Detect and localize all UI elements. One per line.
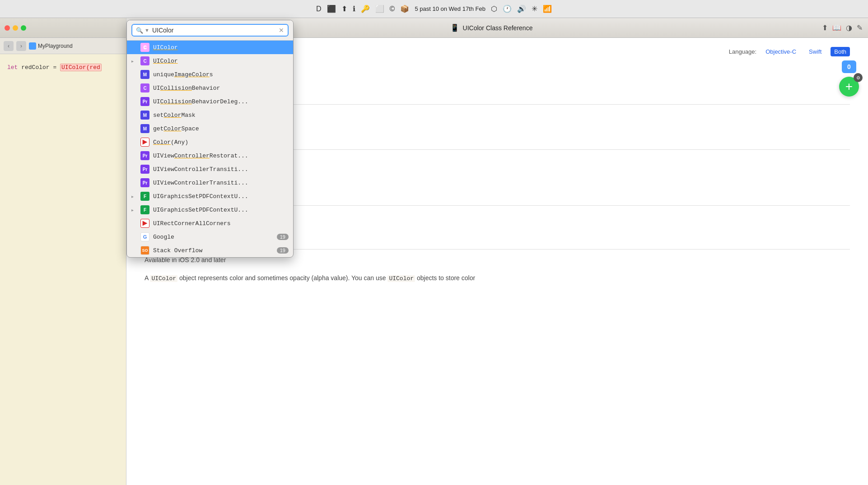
search-result-4[interactable]: Pr UICollisionBehaviorDeleg... bbox=[127, 95, 293, 108]
back-button[interactable]: ‹ bbox=[4, 41, 14, 51]
phone-icon: 📱 bbox=[450, 23, 459, 32]
left-toolbar bbox=[0, 18, 126, 38]
cloud-upload-icon[interactable]: ⬆ bbox=[341, 5, 347, 13]
search-result-google[interactable]: G Google 19 bbox=[127, 230, 293, 244]
result-text-13: UIRectCornerAllCorners bbox=[153, 220, 289, 227]
forward-button[interactable]: › bbox=[16, 41, 26, 51]
search-result-3[interactable]: C UICollisionBehavior bbox=[127, 81, 293, 95]
doc-toolbar-actions: ⬆ 📖 ◑ ✎ bbox=[822, 23, 863, 32]
wifi-icon[interactable]: 📶 bbox=[543, 5, 552, 13]
time-machine-icon[interactable]: 🕐 bbox=[503, 5, 512, 13]
badge-10: Pr bbox=[140, 178, 149, 187]
arrow-12: ▸ bbox=[131, 208, 137, 212]
menu-bar: D ⬛ ⬆ ℹ 🔑 ⬜ © 📦 5 past 10 on Wed 17th Fe… bbox=[0, 0, 868, 18]
badge-6: M bbox=[140, 124, 149, 133]
key-icon[interactable]: 🔑 bbox=[361, 5, 370, 13]
badge-1: C bbox=[140, 56, 149, 65]
result-text-8: UIViewControllerRestorat... bbox=[153, 152, 289, 159]
arrow-1: ▸ bbox=[131, 59, 137, 64]
gear-icon: ⚙ bbox=[856, 75, 860, 80]
result-text-3: UICollisionBehavior bbox=[153, 85, 289, 92]
google-count: 19 bbox=[277, 234, 289, 240]
volume-icon[interactable]: 🔊 bbox=[517, 5, 526, 13]
contrast-button[interactable]: ◑ bbox=[846, 23, 852, 32]
plus-icon: + bbox=[845, 79, 853, 94]
badge-12: F bbox=[140, 205, 149, 214]
description-section: A UIColor object represents color and so… bbox=[145, 273, 850, 284]
search-input-wrapper[interactable]: 🔍 ▼ ✕ bbox=[131, 24, 289, 37]
badge-4: Pr bbox=[140, 97, 149, 106]
search-result-13[interactable]: UIRectCornerAllCorners bbox=[127, 217, 293, 230]
result-text-5: setColorMask bbox=[153, 112, 289, 119]
maximize-button[interactable] bbox=[21, 25, 26, 31]
upload-icon[interactable]: ⬛ bbox=[327, 5, 336, 13]
cast-icon[interactable]: ✳ bbox=[532, 5, 537, 13]
badge-8: Pr bbox=[140, 151, 149, 160]
badge-google: G bbox=[140, 232, 149, 241]
search-input[interactable] bbox=[152, 27, 276, 34]
badge-3: C bbox=[140, 83, 149, 92]
share-icon[interactable]: ⬜ bbox=[375, 5, 384, 13]
desc-code-1: UIColor bbox=[150, 275, 177, 282]
minimize-button[interactable] bbox=[13, 25, 18, 31]
lang-both-button[interactable]: Both bbox=[831, 47, 850, 56]
search-result-6[interactable]: M getColorSpace bbox=[127, 122, 293, 135]
floating-buttons: 0 + ⚙ bbox=[839, 60, 859, 97]
badge-11: F bbox=[140, 192, 149, 201]
result-text-google: Google bbox=[153, 234, 273, 240]
result-text-1: UIColor bbox=[153, 58, 289, 65]
badge-2: M bbox=[140, 70, 149, 79]
bookmark-button[interactable]: 📖 bbox=[832, 23, 841, 32]
search-result-11[interactable]: ▸ F UIGraphicsSetPDFContextU... bbox=[127, 189, 293, 203]
search-result-10[interactable]: Pr UIViewControllerTransiti... bbox=[127, 176, 293, 189]
gear-add-group: + ⚙ bbox=[839, 77, 859, 97]
search-result-so[interactable]: SO Stack Overflow 19 bbox=[127, 244, 293, 257]
gear-button[interactable]: ⚙ bbox=[854, 73, 863, 82]
share-button[interactable]: ⬆ bbox=[822, 23, 828, 32]
menubar-center: D ⬛ ⬆ ℹ 🔑 ⬜ © 📦 5 past 10 on Wed 17th Fe… bbox=[316, 5, 552, 13]
badge-7 bbox=[140, 138, 149, 147]
equals-sign: = bbox=[53, 64, 60, 71]
breadcrumb-label: MyPlayground bbox=[38, 43, 73, 49]
result-text-10: UIViewControllerTransiti... bbox=[153, 180, 289, 186]
search-result-12[interactable]: ▸ F UIGraphicsSetPDFContextU... bbox=[127, 203, 293, 217]
desc-text-1: A bbox=[145, 274, 150, 282]
search-result-9[interactable]: Pr UIViewControllerTransiti... bbox=[127, 162, 293, 176]
info-icon[interactable]: ℹ bbox=[353, 5, 355, 13]
result-text-9: UIViewControllerTransiti... bbox=[153, 166, 289, 173]
desc-code-2: UIColor bbox=[387, 275, 415, 282]
xcode-icon[interactable]: ⬡ bbox=[491, 5, 497, 13]
arrow-11: ▸ bbox=[131, 194, 137, 199]
badge-9: Pr bbox=[140, 165, 149, 174]
code-editor[interactable]: let redColor = UIColor(red bbox=[0, 54, 126, 82]
search-bar: 🔍 ▼ ✕ bbox=[127, 20, 293, 41]
dropbox-icon[interactable]: 📦 bbox=[400, 5, 409, 13]
clear-search-button[interactable]: ✕ bbox=[279, 27, 284, 34]
doc-title: UIColor Class Reference bbox=[463, 24, 533, 32]
lang-objc-button[interactable]: Objective-C bbox=[762, 47, 800, 56]
var-name: redColor bbox=[21, 64, 53, 71]
language-label: Language: bbox=[729, 48, 756, 55]
dash-icon[interactable]: D bbox=[316, 5, 322, 13]
close-button[interactable] bbox=[5, 25, 10, 31]
description-paragraph: A UIColor object represents color and so… bbox=[145, 273, 850, 284]
badge-13 bbox=[140, 219, 149, 228]
lang-swift-button[interactable]: Swift bbox=[805, 47, 825, 56]
search-result-0[interactable]: C UIColor bbox=[127, 41, 293, 54]
result-text-so: Stack Overflow bbox=[153, 247, 273, 254]
search-result-5[interactable]: M setColorMask bbox=[127, 108, 293, 122]
edit-button[interactable]: ✎ bbox=[857, 23, 863, 32]
badge-5: M bbox=[140, 111, 149, 120]
keyword-let: let bbox=[7, 64, 18, 71]
result-text-4: UICollisionBehaviorDeleg... bbox=[153, 98, 289, 105]
search-result-1[interactable]: ▸ C UIColor bbox=[127, 54, 293, 68]
search-result-7[interactable]: Color(Any) bbox=[127, 135, 293, 149]
search-result-8[interactable]: Pr UIViewControllerRestorat... bbox=[127, 149, 293, 162]
result-text-11: UIGraphicsSetPDFContextU... bbox=[153, 193, 289, 200]
result-text-0: UIColor bbox=[153, 44, 289, 51]
left-panel: ‹ › MyPlayground let redColor = UIColor(… bbox=[0, 18, 126, 485]
copyright-icon[interactable]: © bbox=[390, 5, 395, 13]
search-result-2[interactable]: M uniqueImageColors bbox=[127, 68, 293, 81]
badge-so: SO bbox=[140, 246, 149, 255]
search-popup: 🔍 ▼ ✕ C UIColor ▸ C UIColor bbox=[126, 20, 294, 258]
